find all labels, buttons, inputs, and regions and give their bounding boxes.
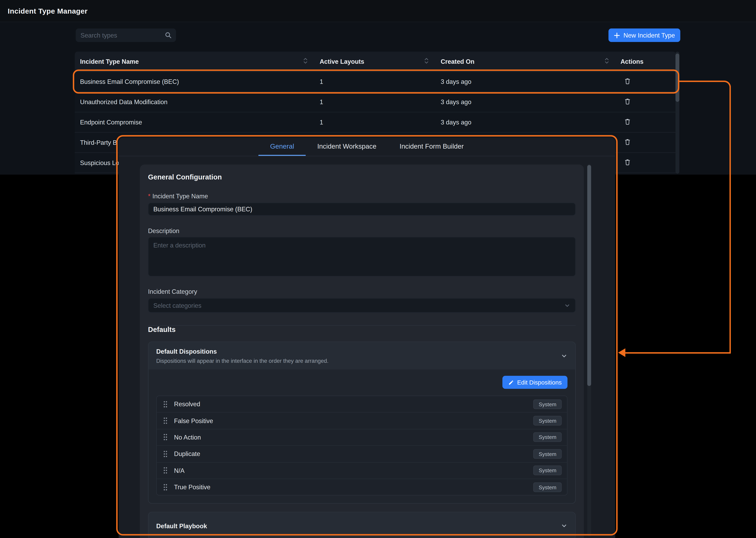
trash-icon	[624, 98, 631, 106]
disposition-label: True Positive	[174, 483, 527, 491]
disposition-row: False Positive System	[157, 413, 567, 429]
table-header-row: Incident Type Name Active Layouts Create…	[75, 52, 676, 72]
annotation-arrow	[618, 349, 625, 357]
default-dispositions-header[interactable]: Default Dispositions Dispositions will a…	[149, 342, 575, 369]
disposition-label: N/A	[174, 467, 527, 474]
tab-general[interactable]: General	[259, 137, 306, 156]
cell-created-on: 3 days ago	[435, 119, 616, 126]
dispositions-list: Resolved System False Positive System No…	[156, 396, 568, 496]
scrollbar-thumb[interactable]	[676, 54, 679, 102]
disposition-row: No Action System	[157, 429, 567, 446]
topbar: Incident Type Manager	[0, 0, 756, 22]
drag-handle-icon[interactable]	[163, 433, 168, 441]
status-badge: System	[534, 399, 562, 409]
delete-row-button[interactable]	[624, 158, 632, 168]
search-icon	[165, 32, 172, 38]
editor-tabs: General Incident Workspace Incident Form…	[119, 137, 615, 156]
trash-icon	[624, 159, 631, 167]
tab-incident-form-builder[interactable]: Incident Form Builder	[388, 137, 475, 156]
cell-active-layouts: 1	[314, 98, 435, 106]
chevron-down-icon	[564, 302, 570, 309]
search-input[interactable]	[76, 32, 165, 39]
disposition-label: Resolved	[174, 401, 527, 408]
modal-scrollbar[interactable]	[587, 164, 591, 536]
edit-dispositions-button[interactable]: Edit Dispositions	[502, 376, 568, 389]
cell-incident-type-name: Business Email Compromise (BEC)	[75, 78, 314, 85]
disposition-row: Duplicate System	[157, 446, 567, 462]
incident-type-name-field: *Incident Type Name	[148, 192, 576, 216]
default-dispositions-card: Default Dispositions Dispositions will a…	[148, 342, 576, 504]
app-root: Incident Type Manager New Incident Type …	[0, 0, 756, 538]
editor-body: General Configuration *Incident Type Nam…	[119, 156, 615, 538]
section-title: General Configuration	[148, 173, 576, 181]
drag-handle-icon[interactable]	[163, 483, 168, 491]
new-incident-type-label: New Incident Type	[624, 32, 675, 39]
disposition-label: Duplicate	[174, 450, 527, 457]
incident-category-field: Incident Category Select categories	[148, 288, 576, 313]
disposition-row: Resolved System	[157, 396, 567, 413]
disposition-label: No Action	[174, 434, 527, 441]
sort-icon[interactable]	[424, 57, 429, 66]
table-row[interactable]: Unauthorized Data Modification 1 3 days …	[75, 92, 676, 113]
required-marker: *	[148, 192, 151, 200]
drag-handle-icon[interactable]	[163, 417, 168, 424]
table-scrollbar[interactable]	[676, 52, 679, 174]
edit-icon	[508, 379, 514, 385]
delete-row-button[interactable]	[624, 77, 632, 87]
default-playbook-card: Default Playbook	[148, 512, 576, 538]
description-field: Description	[148, 227, 576, 276]
drag-handle-icon[interactable]	[163, 450, 168, 458]
status-badge: System	[534, 432, 562, 442]
chevron-down-icon[interactable]	[561, 522, 568, 529]
scrollbar-thumb[interactable]	[587, 165, 591, 386]
incident-category-label: Incident Category	[148, 288, 576, 296]
trash-icon	[624, 78, 631, 86]
incident-type-name-input[interactable]	[148, 203, 576, 216]
default-dispositions-subtitle: Dispositions will appear in the interfac…	[156, 358, 328, 364]
incident-type-name-label: Incident Type Name	[152, 192, 208, 200]
description-label: Description	[148, 227, 576, 235]
cell-incident-type-name: Unauthorized Data Modification	[75, 98, 314, 106]
chevron-down-icon[interactable]	[561, 352, 568, 359]
disposition-row: True Positive System	[157, 479, 567, 495]
drag-handle-icon[interactable]	[163, 401, 168, 408]
trash-icon	[624, 118, 631, 126]
cell-created-on: 3 days ago	[435, 78, 616, 85]
search-box	[76, 28, 176, 42]
incident-type-editor-modal: General Incident Workspace Incident Form…	[119, 137, 615, 538]
column-header-created-on[interactable]: Created On	[435, 57, 616, 66]
incident-category-select[interactable]: Select categories	[148, 298, 576, 313]
column-header-incident-type-name[interactable]: Incident Type Name	[75, 57, 314, 66]
select-placeholder: Select categories	[153, 302, 202, 309]
status-badge: System	[534, 466, 562, 475]
delete-row-button[interactable]	[624, 137, 632, 148]
page-title: Incident Type Manager	[8, 7, 88, 15]
disposition-label: False Positive	[174, 417, 527, 424]
cell-active-layouts: 1	[314, 119, 435, 126]
sort-icon[interactable]	[303, 57, 307, 66]
trash-icon	[624, 138, 631, 146]
default-playbook-header[interactable]: Default Playbook	[149, 512, 575, 538]
delete-row-button[interactable]	[624, 97, 632, 107]
plus-icon	[614, 32, 620, 38]
new-incident-type-button[interactable]: New Incident Type	[608, 28, 680, 42]
default-playbook-title: Default Playbook	[156, 522, 207, 530]
default-dispositions-body: Edit Dispositions Resolved System	[149, 369, 575, 503]
default-dispositions-title: Default Dispositions	[156, 348, 328, 355]
column-header-active-layouts[interactable]: Active Layouts	[314, 57, 435, 66]
cell-active-layouts: 1	[314, 78, 435, 85]
table-row[interactable]: Business Email Compromise (BEC) 1 3 days…	[75, 72, 676, 92]
drag-handle-icon[interactable]	[163, 466, 168, 474]
cell-incident-type-name: Endpoint Compromise	[75, 119, 314, 126]
tab-incident-workspace[interactable]: Incident Workspace	[306, 137, 388, 156]
description-textarea[interactable]	[148, 237, 576, 277]
cell-created-on: 3 days ago	[435, 98, 616, 106]
annotation-connector-line	[625, 352, 730, 354]
general-configuration-card: General Configuration *Incident Type Nam…	[140, 164, 584, 538]
sort-icon[interactable]	[605, 57, 609, 66]
defaults-heading: Defaults	[148, 326, 576, 333]
delete-row-button[interactable]	[624, 117, 632, 127]
status-badge: System	[534, 449, 562, 459]
table-row[interactable]: Endpoint Compromise 1 3 days ago	[75, 113, 676, 133]
column-header-actions: Actions	[616, 58, 676, 65]
